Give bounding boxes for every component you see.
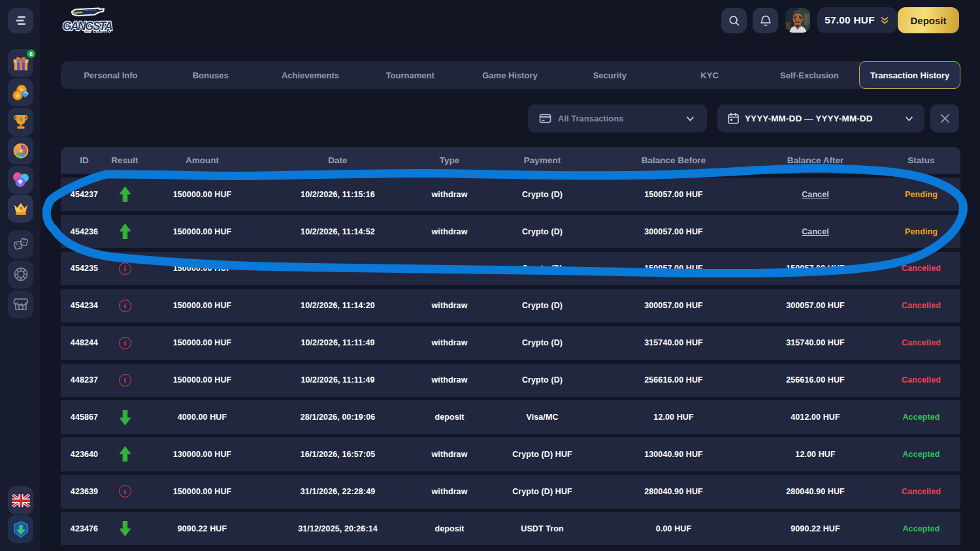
- svg-text:casino: casino: [93, 28, 111, 34]
